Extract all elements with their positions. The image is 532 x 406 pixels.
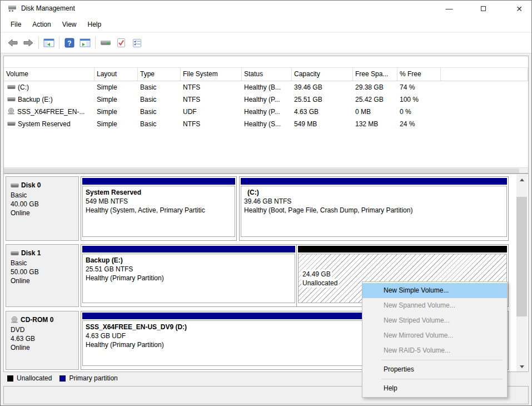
toolbar-separator <box>38 37 39 49</box>
column-header-percent-free[interactable]: % Free <box>397 68 441 81</box>
scroll-down-button[interactable] <box>516 362 527 372</box>
cdrom0-name: CD-ROM 0 <box>21 315 53 324</box>
back-icon <box>7 39 18 47</box>
toolbar-separator <box>59 37 59 49</box>
table-row-system-reserved[interactable]: System Reserved Simple Basic NTFS Health… <box>4 118 528 130</box>
console-tree-icon <box>43 38 54 47</box>
percent-free-cell: 24 % <box>397 120 441 128</box>
percent-free-cell: 100 % <box>397 96 441 103</box>
layout-cell: Simple <box>95 83 138 91</box>
partition-backup[interactable]: Backup (E:) 25.51 GB NTFS Healthy (Prima… <box>81 244 297 307</box>
menu-item-new-raid5-volume: New RAID-5 Volume... <box>362 343 507 358</box>
volume-name: SSS_X64FREE_EN-... <box>17 108 84 116</box>
menu-action[interactable]: Action <box>27 18 56 31</box>
disk0-row: Disk 0 Basic 40.00 GB Online System Rese… <box>4 176 509 241</box>
checklist-icon <box>132 38 142 48</box>
disk0-label-box[interactable]: Disk 0 Basic 40.00 GB Online <box>6 176 79 241</box>
menu-file[interactable]: File <box>5 18 27 31</box>
menu-item-new-simple-volume[interactable]: New Simple Volume... <box>362 283 507 298</box>
status-cell: Healthy (P... <box>242 96 292 103</box>
menu-help[interactable]: Help <box>82 18 107 31</box>
layout-cell: Simple <box>95 96 138 103</box>
disk0-kind: Basic <box>11 191 78 200</box>
column-header-layout[interactable]: Layout <box>95 68 138 81</box>
free-space-cell: 0 MB <box>353 108 397 116</box>
cdrom0-status: Online <box>11 343 78 352</box>
toolbar-separator <box>95 37 96 49</box>
column-header-file-system[interactable]: File System <box>181 68 242 81</box>
svg-text:?: ? <box>67 39 71 47</box>
action-pane-icon <box>79 38 91 47</box>
drive-icon <box>7 97 16 102</box>
disk1-label-box[interactable]: Disk 1 Basic 50.00 GB Online <box>6 244 79 307</box>
free-space-cell: 29.38 GB <box>353 83 397 91</box>
column-header-capacity[interactable]: Capacity <box>292 68 353 81</box>
check-document-icon <box>117 38 126 48</box>
partition-info: 39.46 GB NTFS <box>244 197 504 206</box>
column-header-volume[interactable]: Volume <box>4 68 95 81</box>
file-system-cell: UDF <box>181 108 242 116</box>
show-console-tree-button[interactable] <box>41 36 57 50</box>
vertical-scrollbar[interactable] <box>516 175 527 372</box>
table-row-dvd[interactable]: SSS_X64FREE_EN-... Simple Basic UDF Heal… <box>4 106 528 118</box>
forward-button[interactable] <box>21 36 36 50</box>
table-row-c[interactable]: (C:) Simple Basic NTFS Healthy (B... 39.… <box>4 81 528 93</box>
volume-list-pane: Volume Layout Type File System Status Ca… <box>3 56 529 174</box>
minimize-button[interactable]: — <box>436 1 462 17</box>
checklist-button[interactable] <box>129 36 145 50</box>
column-header-empty <box>441 68 528 81</box>
cd-icon <box>11 316 18 323</box>
column-header-free-space[interactable]: Free Spa... <box>353 68 397 81</box>
menu-separator <box>381 379 503 379</box>
disk1-name: Disk 1 <box>21 249 41 258</box>
disk1-status: Online <box>11 276 78 285</box>
cdrom0-label-box[interactable]: CD-ROM 0 DVD 4.63 GB Online <box>6 311 79 370</box>
table-row-backup[interactable]: Backup (E:) Simple Basic NTFS Healthy (P… <box>4 93 528 106</box>
volume-name: Backup (E:) <box>18 96 53 103</box>
partition-c[interactable]: (C:) 39.46 GB NTFS Healthy (Boot, Page F… <box>239 176 509 241</box>
column-header-type[interactable]: Type <box>138 68 181 81</box>
menu-item-new-mirrored-volume: New Mirrored Volume... <box>362 328 507 343</box>
partition-system-reserved[interactable]: System Reserved 549 MB NTFS Healthy (Sys… <box>81 176 237 241</box>
disk-management-app-icon <box>8 5 17 13</box>
partition-health: Healthy (Primary Partition) <box>86 274 292 283</box>
unallocated-bar <box>298 246 507 252</box>
menu-item-new-spanned-volume: New Spanned Volume... <box>362 298 507 313</box>
menu-item-new-striped-volume: New Striped Volume... <box>362 313 507 328</box>
volume-cell: (C:) <box>4 83 95 91</box>
device-button[interactable] <box>98 36 113 50</box>
column-header-status[interactable]: Status <box>242 68 292 81</box>
menu-separator <box>381 360 503 360</box>
horizontal-scrollbar[interactable] <box>4 167 528 173</box>
help-icon: ? <box>64 38 74 48</box>
maximize-icon <box>481 6 486 11</box>
menu-view[interactable]: View <box>57 18 82 31</box>
drive-icon <box>11 183 19 188</box>
capacity-cell: 25.51 GB <box>292 96 353 103</box>
back-button[interactable] <box>5 36 21 50</box>
volume-cell: System Reserved <box>4 120 95 128</box>
scroll-up-icon <box>520 179 524 181</box>
volume-table-header: Volume Layout Type File System Status Ca… <box>4 67 528 81</box>
free-space-cell: 25.42 GB <box>353 96 397 103</box>
menu-item-help[interactable]: Help <box>362 381 507 396</box>
close-button[interactable]: ✕ <box>506 1 532 17</box>
horizontal-scrollbar-thumb[interactable] <box>4 169 519 173</box>
status-cell: Healthy (S... <box>242 120 292 128</box>
cdrom0-kind: DVD <box>11 325 78 334</box>
scroll-up-button[interactable] <box>516 175 527 185</box>
menu-item-properties[interactable]: Properties <box>362 362 507 377</box>
device-icon <box>100 39 111 46</box>
maximize-button[interactable] <box>470 1 496 17</box>
type-cell: Basic <box>138 108 181 116</box>
layout-cell: Simple <box>95 108 138 116</box>
unallocated-size: 24.49 GB <box>301 270 332 279</box>
check-document-button[interactable] <box>113 36 129 50</box>
volume-table-body: (C:) Simple Basic NTFS Healthy (B... 39.… <box>4 81 528 130</box>
menu-bar: File Action View Help <box>1 17 531 32</box>
disk1-kind: Basic <box>11 259 78 268</box>
status-cell: Healthy (P... <box>242 108 292 116</box>
vertical-scrollbar-thumb[interactable] <box>516 197 527 316</box>
show-action-pane-button[interactable] <box>77 36 93 50</box>
help-button[interactable]: ? <box>62 36 77 50</box>
